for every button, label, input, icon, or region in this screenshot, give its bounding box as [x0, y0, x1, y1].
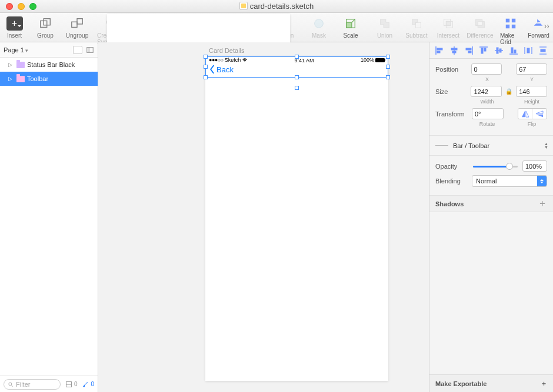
- page-selector[interactable]: Page 1▾: [0, 42, 98, 58]
- svg-point-7: [315, 19, 324, 28]
- disclosure-closed-icon[interactable]: ▷: [8, 76, 14, 82]
- insert-button[interactable]: + Insert: [4, 15, 25, 39]
- align-vcenter-button[interactable]: [494, 45, 504, 56]
- page-label: Page 1: [4, 46, 24, 53]
- subtract-button[interactable]: Subtract: [402, 15, 431, 39]
- x-sublabel: X: [472, 76, 502, 82]
- ungroup-button[interactable]: Ungroup: [63, 15, 91, 39]
- distribute-h-button[interactable]: [523, 45, 534, 56]
- make-grid-button[interactable]: Make Grid: [500, 15, 522, 45]
- resize-handle[interactable]: [204, 75, 208, 79]
- shadows-label: Shadows: [435, 200, 464, 207]
- opacity-input[interactable]: 100%: [522, 160, 547, 172]
- union-button[interactable]: Union: [371, 15, 399, 39]
- subtract-icon: [408, 15, 425, 32]
- toolbar-overflow-button[interactable]: ››: [544, 21, 549, 31]
- position-x-input[interactable]: 0: [471, 63, 502, 75]
- resize-handle[interactable]: [386, 65, 390, 69]
- svg-rect-31: [466, 48, 471, 50]
- position-y-input[interactable]: 67: [516, 63, 547, 75]
- align-left-button[interactable]: [434, 45, 445, 56]
- shared-style-selector[interactable]: Bar / Toolbar ▲▼: [429, 136, 553, 156]
- group-button[interactable]: Group: [31, 15, 59, 39]
- resize-handle[interactable]: [386, 55, 390, 59]
- blending-select[interactable]: Normal: [472, 175, 547, 187]
- add-export-button[interactable]: ＋: [541, 379, 547, 388]
- selection-box[interactable]: [205, 56, 388, 78]
- canvas-artboard[interactable]: ●●●○○ Sketch 9:41 AM 100% Back: [205, 56, 388, 381]
- align-bottom-button[interactable]: [508, 45, 519, 56]
- opacity-label: Opacity: [435, 163, 468, 170]
- zoom-window-button[interactable]: [29, 3, 36, 10]
- slice-count[interactable]: 0: [65, 381, 78, 388]
- make-exportable-section[interactable]: Make Exportable ＋: [429, 374, 553, 392]
- lock-aspect-button[interactable]: 🔒: [505, 88, 512, 95]
- resize-handle[interactable]: [386, 75, 390, 79]
- document-icon: [239, 2, 248, 10]
- export-count[interactable]: 0: [82, 381, 94, 388]
- rotate-input[interactable]: 0°: [472, 108, 504, 119]
- layer-name: Status Bar Black: [27, 61, 75, 68]
- align-top-button[interactable]: [478, 45, 489, 56]
- make-exportable-label: Make Exportable: [435, 380, 487, 387]
- svg-rect-38: [499, 49, 501, 52]
- svg-rect-15: [512, 19, 515, 22]
- canvas-artboard-label[interactable]: Card Details: [209, 47, 245, 54]
- canvas[interactable]: Card Details ●●●○○ Sketch 9:41 AM 100%: [98, 42, 429, 392]
- add-shadow-button[interactable]: ＋: [538, 197, 547, 210]
- layer-view-toggle[interactable]: [73, 46, 82, 54]
- make-grid-label: Make Grid: [500, 32, 522, 45]
- knife-icon: [82, 381, 89, 388]
- document-title: card-details.sketch: [0, 2, 553, 11]
- close-window-button[interactable]: [6, 3, 13, 10]
- shared-style-name: Bar / Toolbar: [453, 142, 489, 149]
- group-icon: [37, 15, 54, 32]
- intersect-button[interactable]: Intersect: [434, 15, 462, 39]
- panel-collapse-icon[interactable]: [86, 46, 94, 54]
- resize-handle[interactable]: [295, 55, 299, 59]
- resize-handle[interactable]: [204, 55, 208, 59]
- height-input[interactable]: 146: [516, 86, 547, 97]
- difference-button[interactable]: Difference: [466, 15, 494, 39]
- shadows-section-header[interactable]: Shadows ＋: [429, 196, 553, 212]
- layer-row-statusbar[interactable]: ▷ Status Bar Black: [0, 58, 98, 72]
- mask-icon: [311, 15, 327, 32]
- layer-row-toolbar[interactable]: ▷ Toolbar: [0, 72, 98, 86]
- rotate-handle[interactable]: [295, 86, 299, 90]
- width-sublabel: Width: [472, 99, 502, 105]
- filter-placeholder: Filter: [16, 381, 30, 388]
- scale-icon: [342, 15, 359, 32]
- filter-input[interactable]: Filter: [4, 379, 61, 390]
- geometry-section: Position 0 67 XY Size 1242 🔒 146 WidthHe…: [429, 59, 553, 136]
- disclosure-closed-icon[interactable]: ▷: [8, 62, 14, 68]
- union-icon: [377, 15, 393, 32]
- transform-label: Transform: [435, 110, 468, 118]
- scale-button[interactable]: Scale: [337, 15, 365, 39]
- stepper-icon[interactable]: ▲▼: [544, 142, 548, 149]
- width-input[interactable]: 1242: [471, 86, 502, 97]
- export-count-value: 0: [91, 381, 94, 387]
- forward-label: Forward: [528, 32, 549, 39]
- layer-name: Toolbar: [27, 75, 48, 82]
- align-right-button[interactable]: [464, 45, 474, 56]
- flip-horizontal-button[interactable]: [518, 109, 532, 119]
- height-sublabel: Height: [517, 99, 547, 105]
- layers-panel: Page 1▾ ▽ Card Details ▷ Status Bar Blac…: [0, 42, 98, 392]
- slice-icon: [65, 381, 72, 388]
- group-label: Group: [37, 32, 54, 39]
- minimize-window-button[interactable]: [18, 3, 25, 10]
- align-hcenter-button[interactable]: [449, 45, 459, 56]
- slice-count-value: 0: [74, 381, 78, 387]
- opacity-slider[interactable]: [473, 162, 518, 170]
- distribute-v-button[interactable]: [538, 45, 548, 56]
- difference-label: Difference: [467, 32, 493, 39]
- flip-vertical-button[interactable]: [532, 109, 547, 119]
- intersect-label: Intersect: [437, 32, 459, 39]
- folder-icon: [16, 76, 25, 82]
- y-sublabel: Y: [517, 76, 547, 82]
- resize-handle[interactable]: [295, 75, 299, 79]
- svg-rect-47: [541, 49, 545, 52]
- svg-rect-37: [497, 48, 498, 53]
- resize-handle[interactable]: [204, 65, 208, 69]
- mask-button[interactable]: Mask: [305, 15, 333, 39]
